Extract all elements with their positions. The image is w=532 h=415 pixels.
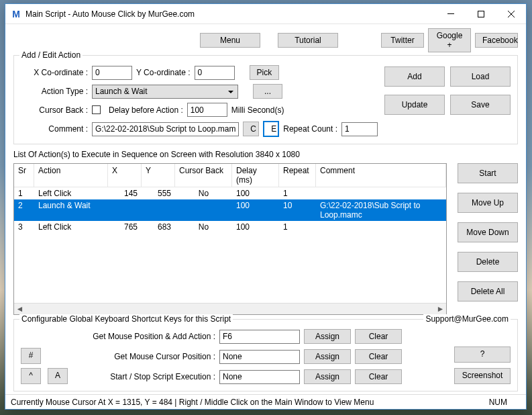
y-label: Y Co-ordinate : — [136, 68, 191, 77]
cell — [316, 187, 446, 199]
th-action[interactable]: Action — [34, 164, 108, 187]
table-body: 1Left Click145555No10012Launch & Wait100… — [14, 187, 446, 303]
x-label: X Co-ordinate : — [21, 68, 88, 77]
add-edit-legend: Add / Edit Action — [19, 50, 83, 60]
delete-button[interactable]: Delete — [458, 252, 518, 272]
cell: Left Click — [34, 221, 108, 233]
table-row[interactable]: 1Left Click145555No1001 — [14, 187, 446, 199]
shortcut1-input[interactable] — [219, 330, 300, 344]
start-button[interactable]: Start — [458, 163, 518, 183]
cell: 1 — [279, 187, 316, 199]
table-row[interactable]: 3Left Click765683No1001 — [14, 221, 446, 233]
cell: 683 — [142, 221, 175, 233]
maximize-button[interactable] — [466, 4, 496, 24]
th-sr[interactable]: Sr — [14, 164, 34, 187]
shortcuts-fieldset: Configurable Global Keyboard Shortcut Ke… — [13, 319, 518, 391]
cell: Left Click — [34, 187, 108, 199]
clear1-button[interactable]: Clear — [355, 329, 402, 344]
load-button[interactable]: Load — [450, 66, 511, 87]
th-repeat[interactable]: Repeat — [279, 164, 316, 187]
cell — [175, 199, 232, 221]
delay-input[interactable] — [187, 103, 227, 117]
action-type-value: Launch & Wait — [95, 87, 148, 96]
add-edit-fieldset: Add / Edit Action X Co-ordinate : Y Co-o… — [13, 55, 518, 144]
minimize-button[interactable] — [435, 4, 466, 24]
repeat-input[interactable] — [341, 122, 378, 136]
th-delay[interactable]: Delay (ms) — [232, 164, 279, 187]
c-button[interactable]: C — [243, 122, 259, 136]
a-button[interactable]: A — [48, 368, 68, 384]
move-down-button[interactable]: Move Down — [458, 222, 518, 242]
comment-label: Comment : — [21, 124, 88, 134]
move-up-button[interactable]: Move Up — [458, 193, 518, 213]
repeat-label: Repeat Count : — [283, 124, 337, 134]
table-row[interactable]: 2Launch & Wait10010G:\22-02-2018\Sub Scr… — [14, 199, 446, 221]
action-table[interactable]: Sr Action X Y Cursor Back Delay (ms) Rep… — [13, 163, 447, 315]
save-button[interactable]: Save — [450, 95, 511, 115]
th-x[interactable]: X — [108, 164, 142, 187]
app-icon: M — [11, 9, 21, 19]
status-text: Currently Mouse Cursor At X = 1315, Y = … — [11, 398, 374, 407]
add-button[interactable]: Add — [384, 66, 445, 87]
support-link[interactable]: Support@MurGee.com — [423, 314, 511, 324]
hash-button[interactable]: # — [21, 348, 41, 364]
cell: 555 — [142, 187, 175, 199]
cell: 10 — [279, 199, 316, 221]
assign2-button[interactable]: Assign — [304, 349, 351, 364]
svg-rect-1 — [478, 11, 484, 17]
comment-input[interactable] — [92, 122, 239, 136]
clear3-button[interactable]: Clear — [355, 369, 402, 384]
cell: No — [175, 221, 232, 233]
scroll-left-icon[interactable]: ◄ — [14, 304, 25, 315]
th-y[interactable]: Y — [142, 164, 175, 187]
ellipsis-button[interactable]: ... — [253, 84, 282, 99]
cell — [316, 221, 446, 233]
assign3-button[interactable]: Assign — [304, 369, 351, 384]
pick-button[interactable]: Pick — [250, 65, 279, 80]
update-button[interactable]: Update — [384, 95, 445, 115]
cell: 100 — [232, 199, 279, 221]
cursor-back-label: Cursor Back : — [21, 105, 88, 115]
svg-rect-0 — [447, 13, 454, 14]
delay-unit: Milli Second(s) — [231, 105, 284, 115]
facebook-button[interactable]: Facebook — [475, 33, 518, 48]
list-side-buttons: Start Move Up Move Down Delete Delete Al… — [458, 163, 518, 315]
h-scrollbar[interactable]: ◄ ► — [14, 303, 446, 314]
cell: No — [175, 187, 232, 199]
cell: G:\22-02-2018\Sub Script to Loop.mamc — [316, 199, 446, 221]
table-header: Sr Action X Y Cursor Back Delay (ms) Rep… — [14, 164, 446, 187]
google-button[interactable]: Google + — [428, 28, 471, 52]
cell: Launch & Wait — [34, 199, 108, 221]
delay-label: Delay before Action : — [109, 105, 183, 115]
close-button[interactable] — [496, 4, 526, 24]
menu-button[interactable]: Menu — [200, 33, 260, 48]
clear2-button[interactable]: Clear — [355, 349, 402, 364]
shortcuts-legend: Configurable Global Keyboard Shortcut Ke… — [19, 314, 233, 324]
y-input[interactable] — [195, 66, 235, 80]
cursor-back-checkbox[interactable] — [92, 105, 101, 114]
twitter-button[interactable]: Twitter — [381, 33, 424, 48]
th-cursor[interactable]: Cursor Back — [175, 164, 232, 187]
shortcut3-input[interactable] — [219, 370, 300, 384]
cell — [108, 199, 142, 221]
shortcut2-label: Get Mouse Cursor Position : — [74, 352, 215, 361]
cell: 3 — [14, 221, 34, 233]
shortcut2-input[interactable] — [219, 350, 300, 364]
delete-all-button[interactable]: Delete All — [458, 281, 518, 302]
cell: 100 — [232, 221, 279, 233]
assign1-button[interactable]: Assign — [304, 329, 351, 344]
screenshot-button[interactable]: Screenshot — [454, 368, 511, 384]
help-button[interactable]: ? — [454, 347, 511, 363]
cell: 765 — [108, 221, 142, 233]
action-type-combo[interactable]: Launch & Wait — [92, 85, 238, 99]
th-comment[interactable]: Comment — [316, 164, 446, 187]
statusbar: Currently Mouse Cursor At X = 1315, Y = … — [5, 394, 526, 409]
x-input[interactable] — [92, 66, 132, 80]
cell: 1 — [14, 187, 34, 199]
scroll-right-icon[interactable]: ► — [435, 304, 446, 315]
cell: 1 — [279, 221, 316, 233]
e-button[interactable]: E — [263, 121, 279, 137]
tutorial-button[interactable]: Tutorial — [278, 33, 338, 48]
titlebar[interactable]: M Main Script - Auto Mouse Click by MurG… — [5, 4, 526, 24]
caret-button[interactable]: ^ — [21, 368, 41, 384]
